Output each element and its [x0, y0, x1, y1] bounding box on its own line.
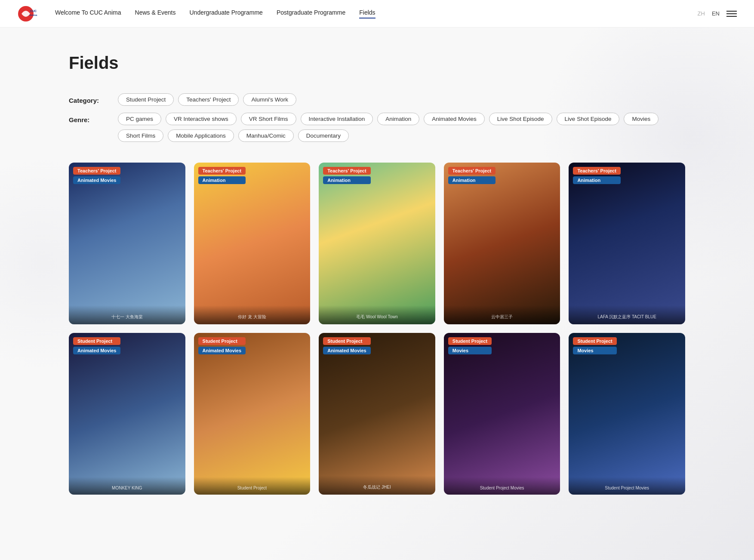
filter-animated-movies[interactable]: Animated Movies [424, 113, 485, 125]
card-category-badge-10: Student Project [573, 337, 616, 345]
card-overlay-4: 云中居三子 [444, 305, 560, 324]
page-wrapper: Fields Category: Student Project Teacher… [0, 28, 754, 560]
svg-text:CUC: CUC [30, 9, 37, 12]
card-category-badge-2: Teachers' Project [198, 167, 246, 175]
fields-content: Fields Category: Student Project Teacher… [0, 28, 754, 529]
filter-interactive-installation[interactable]: Interactive Installation [301, 113, 373, 125]
filter-live-shot-1[interactable]: Live Shot Episode [489, 113, 552, 125]
card-1[interactable]: Teachers' Project Animated Movies 十七一 大鱼… [69, 163, 185, 324]
filter-vr-short[interactable]: VR Short Films [241, 113, 296, 125]
filter-movies[interactable]: Movies [624, 113, 659, 125]
genre-label: Genre: [69, 113, 108, 123]
card-poster-8 [319, 333, 435, 495]
lang-zh[interactable]: ZH [698, 10, 705, 17]
card-overlay-3: 毛毛 Wool Wool Town [319, 305, 435, 324]
nav-links: Welcome To CUC Anima News & Events Under… [55, 9, 698, 18]
card-genre-badge-4: Animation [448, 176, 495, 184]
card-poster-7 [194, 333, 311, 495]
card-badges-1: Teachers' Project Animated Movies [69, 163, 125, 186]
nav-fields[interactable]: Fields [359, 9, 375, 18]
menu-line-2 [726, 13, 737, 14]
card-7[interactable]: Student Project Animated Movies Student … [194, 333, 311, 495]
card-category-badge-8: Student Project [323, 337, 370, 345]
card-category-badge-5: Teachers' Project [573, 167, 620, 175]
cards-grid: Teachers' Project Animated Movies 十七一 大鱼… [69, 163, 685, 495]
logo[interactable]: CUC Anima [17, 4, 41, 23]
card-category-badge-3: Teachers' Project [323, 167, 370, 175]
card-badges-2: Teachers' Project Animation [194, 163, 250, 186]
menu-button[interactable] [726, 11, 737, 17]
card-overlay-9: Student Project Movies [444, 477, 560, 495]
card-5[interactable]: Teachers' Project Animation LAFA 沉默之蓝序 T… [569, 163, 685, 324]
card-poster-3 [319, 163, 435, 324]
card-genre-badge-6: Animated Movies [73, 347, 120, 354]
card-8[interactable]: Student Project Animated Movies 冬瓜战记 JHE… [319, 333, 435, 495]
card-poster-9 [444, 333, 560, 495]
card-genre-badge-2: Animation [198, 176, 246, 184]
filter-pc-games[interactable]: PC games [118, 113, 161, 125]
card-genre-badge-5: Animation [573, 176, 620, 184]
card-10[interactable]: Student Project Movies Student Project M… [569, 333, 685, 495]
filter-mobile[interactable]: Mobile Applications [168, 129, 234, 142]
card-badges-4: Teachers' Project Animation [444, 163, 500, 186]
card-badges-9: Student Project Movies [444, 333, 496, 356]
genre-tags: PC games VR Interactive shows VR Short F… [118, 113, 685, 142]
card-6[interactable]: Student Project Animated Movies MONKEY K… [69, 333, 185, 495]
lang-en[interactable]: EN [712, 10, 720, 17]
card-badges-8: Student Project Animated Movies [319, 333, 375, 356]
navbar: CUC Anima Welcome To CUC Anima News & Ev… [0, 0, 754, 28]
card-category-badge-1: Teachers' Project [73, 167, 120, 175]
page-title: Fields [69, 53, 685, 73]
card-poster-6 [69, 333, 185, 495]
card-badges-10: Student Project Movies [569, 333, 621, 356]
card-overlay-10: Student Project Movies [569, 477, 685, 495]
filter-teachers-project[interactable]: Teachers' Project [178, 93, 239, 106]
card-overlay-6: MONKEY KING [69, 477, 185, 495]
filter-student-project[interactable]: Student Project [118, 93, 174, 106]
nav-welcome[interactable]: Welcome To CUC Anima [55, 9, 121, 18]
card-9[interactable]: Student Project Movies Student Project M… [444, 333, 560, 495]
card-overlay-2: 你好 龙 大冒险 [194, 305, 311, 324]
nav-right: ZH EN [698, 10, 737, 17]
nav-undergrad[interactable]: Undergraduate Programme [189, 9, 262, 18]
card-poster-5 [569, 163, 685, 324]
card-genre-badge-3: Animation [323, 176, 370, 184]
filter-documentary[interactable]: Documentary [298, 129, 349, 142]
card-genre-badge-1: Animated Movies [73, 176, 120, 184]
card-poster-1 [69, 163, 185, 324]
svg-text:Anima: Anima [29, 14, 37, 16]
filter-live-shot-2[interactable]: Live Shot Episode [557, 113, 620, 125]
card-badges-3: Teachers' Project Animation [319, 163, 375, 186]
card-genre-badge-7: Animated Movies [198, 347, 246, 354]
card-2[interactable]: Teachers' Project Animation 你好 龙 大冒险 [194, 163, 311, 324]
category-filter: Category: Student Project Teachers' Proj… [69, 93, 685, 106]
card-overlay-1: 十七一 大鱼海棠 [69, 305, 185, 324]
card-category-badge-4: Teachers' Project [448, 167, 495, 175]
card-poster-10 [569, 333, 685, 495]
card-3[interactable]: Teachers' Project Animation 毛毛 Wool Wool… [319, 163, 435, 324]
card-genre-badge-10: Movies [573, 347, 616, 354]
filter-manhua[interactable]: Manhua/Comic [238, 129, 294, 142]
card-category-badge-7: Student Project [198, 337, 246, 345]
filter-alumni-work[interactable]: Alumni's Work [243, 93, 296, 106]
filter-short-films[interactable]: Short Films [118, 129, 163, 142]
nav-news[interactable]: News & Events [135, 9, 176, 18]
card-badges-6: Student Project Animated Movies [69, 333, 125, 356]
card-overlay-5: LAFA 沉默之蓝序 TACIT BLUE [569, 305, 685, 324]
card-poster-4 [444, 163, 560, 324]
menu-line-1 [726, 11, 737, 12]
filter-vr-interactive[interactable]: VR Interactive shows [166, 113, 237, 125]
card-overlay-7: Student Project [194, 477, 311, 495]
card-4[interactable]: Teachers' Project Animation 云中居三子 [444, 163, 560, 324]
category-tags: Student Project Teachers' Project Alumni… [118, 93, 296, 106]
nav-postgrad[interactable]: Postgraduate Programme [277, 9, 345, 18]
card-category-badge-9: Student Project [448, 337, 492, 345]
genre-filter: Genre: PC games VR Interactive shows VR … [69, 113, 685, 142]
menu-line-3 [726, 16, 737, 17]
card-genre-badge-8: Animated Movies [323, 347, 370, 354]
card-genre-badge-9: Movies [448, 347, 492, 354]
category-label: Category: [69, 93, 108, 104]
card-overlay-8: 冬瓜战记 JHEI [319, 476, 435, 495]
card-badges-7: Student Project Animated Movies [194, 333, 250, 356]
filter-animation[interactable]: Animation [377, 113, 419, 125]
